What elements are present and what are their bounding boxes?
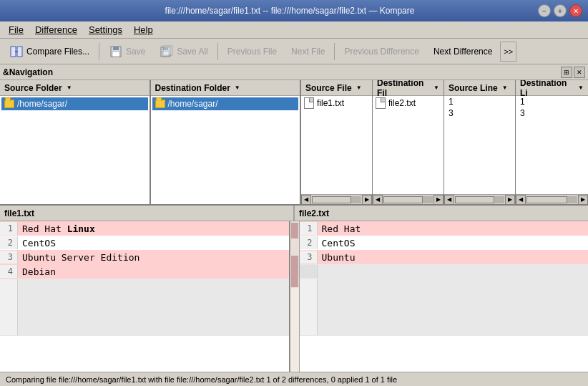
minimize-button[interactable]: − (538, 4, 551, 17)
source-file-item[interactable]: file1.txt (301, 96, 372, 110)
diff-left-panel[interactable]: 1 Red Hat Linux 2 CentOS 3 Ubuntu Server… (0, 221, 290, 372)
diff-right-filename: file2.txt (299, 208, 329, 218)
scroll-left-1[interactable]: ◀ (301, 195, 311, 205)
menu-file-label: File (9, 24, 24, 35)
dest-folder-path: /home/sagar/ (168, 99, 218, 109)
diff-spacer-1 (290, 239, 299, 255)
line-content-2: CentOS (18, 238, 289, 249)
scroll-thumb-4 (526, 196, 567, 203)
status-bar: Comparing file file:///home/sagar/file1.… (0, 372, 588, 386)
scroll-right-3[interactable]: ▶ (505, 195, 515, 205)
dest-line-hscroll: ◀ ▶ (516, 194, 588, 204)
menu-help[interactable]: Help (128, 23, 159, 37)
left-folder-panels: Source Folder ▼ /home/sagar/ Destination… (0, 80, 300, 204)
line-num-3: 3 (0, 251, 18, 264)
r-line-num-empty (300, 279, 318, 335)
scroll-track-4[interactable] (526, 196, 577, 203)
file-line-panels: Source File ▼ file1.txt ◀ ▶ (300, 80, 588, 204)
menu-help-label: Help (134, 24, 153, 35)
scroll-left-3[interactable]: ◀ (444, 195, 454, 205)
scroll-right-1[interactable]: ▶ (362, 195, 372, 205)
save-all-icon (160, 44, 174, 59)
menu-difference[interactable]: Difference (29, 23, 83, 37)
dest-file-header: Destination Fil ▼ (373, 80, 444, 96)
next-difference-label: Next Difference (433, 47, 492, 57)
nav-label: &Navigation (3, 67, 53, 77)
save-all-button[interactable]: Save All (153, 42, 214, 62)
save-button[interactable]: Save (102, 42, 152, 62)
source-folder-item[interactable]: /home/sagar/ (1, 97, 148, 110)
scroll-track-3[interactable] (455, 196, 504, 203)
source-line-3: 3 (444, 107, 515, 119)
dest-file-panel: Destination Fil ▼ file2.txt ◀ ▶ (373, 80, 444, 204)
scroll-track-1[interactable] (312, 196, 361, 203)
dest-file-dropdown[interactable]: ▼ (433, 85, 439, 91)
scroll-left-2[interactable]: ◀ (373, 195, 383, 205)
r-line-num-4 (300, 265, 318, 278)
close-button[interactable]: ✕ (569, 4, 582, 17)
diff-header-right: file2.txt (294, 206, 588, 221)
scroll-track-2[interactable] (383, 196, 433, 203)
r-line-num-3: 3 (300, 251, 318, 264)
dest-folder-dropdown[interactable]: ▼ (235, 85, 240, 91)
dest-folder-header: Destination Folder ▼ (151, 80, 300, 96)
previous-difference-label: Previous Difference (344, 47, 419, 57)
source-line-header: Source Line ▼ (444, 80, 515, 96)
line-num-4: 4 (0, 265, 18, 278)
next-difference-button[interactable]: Next Difference (427, 42, 499, 62)
dest-line-dropdown[interactable]: ▼ (578, 85, 584, 91)
previous-difference-button[interactable]: Previous Difference (338, 42, 426, 62)
diff-left-line-1: 1 Red Hat Linux (0, 221, 289, 236)
compare-files-icon (9, 44, 24, 59)
scroll-thumb-2 (383, 196, 423, 203)
diff-right-panel[interactable]: 1 Red Hat 2 CentOS 3 Ubuntu (300, 221, 589, 372)
menu-settings-label: Settings (89, 24, 122, 35)
toolbar: Compare Files... Save Save All Previous … (0, 39, 588, 64)
panels-area: Source Folder ▼ /home/sagar/ Destination… (0, 80, 588, 372)
maximize-button[interactable]: + (554, 4, 567, 17)
scroll-right-4[interactable]: ▶ (578, 195, 588, 205)
toolbar-sep-2 (217, 43, 218, 60)
source-line-1: 1 (444, 96, 515, 107)
next-file-label: Next File (291, 47, 325, 57)
diff-right-empty (300, 279, 589, 336)
save-icon (109, 44, 123, 59)
scroll-thumb-1 (312, 196, 351, 203)
scroll-right-2[interactable]: ▶ (433, 195, 444, 205)
dest-folder-item[interactable]: /home/sagar/ (152, 97, 299, 110)
dest-file-item[interactable]: file2.txt (373, 96, 444, 110)
svg-rect-0 (11, 47, 16, 57)
menu-settings[interactable]: Settings (83, 23, 128, 37)
diff-right-line-1: 1 Red Hat (300, 221, 589, 236)
line-num-1: 1 (0, 222, 18, 235)
diff-center-divider (290, 221, 300, 372)
window-controls: − + ✕ (538, 4, 582, 17)
compare-files-label: Compare Files... (26, 47, 89, 57)
title-bar: file:///home/sagar/file1.txt -- file:///… (0, 0, 588, 21)
nav-icon-2[interactable]: ✕ (574, 67, 585, 78)
dest-file-icon (376, 97, 386, 109)
source-line-panel: Source Line ▼ 1 3 ◀ ▶ (444, 80, 516, 204)
source-file-dropdown[interactable]: ▼ (356, 85, 362, 91)
source-folder-dropdown[interactable]: ▼ (67, 85, 72, 91)
source-line-dropdown[interactable]: ▼ (502, 85, 508, 91)
previous-file-button[interactable]: Previous File (221, 42, 283, 62)
more-button[interactable]: >> (500, 42, 516, 62)
nav-icon-1[interactable]: ⊞ (561, 67, 572, 78)
r-line-content-3: Ubuntu (318, 252, 589, 263)
source-file-hscroll: ◀ ▶ (301, 194, 372, 204)
compare-files-button[interactable]: Compare Files... (3, 42, 96, 62)
source-file-label: Source File (305, 83, 352, 93)
source-file-header: Source File ▼ (301, 80, 372, 96)
svg-rect-9 (163, 46, 172, 55)
menu-file[interactable]: File (3, 23, 29, 37)
diff-left-line-4: 4 Debian (0, 264, 289, 279)
dest-folder-content: /home/sagar/ (151, 96, 300, 204)
svg-rect-4 (113, 47, 119, 50)
scroll-left-4[interactable]: ◀ (516, 195, 526, 205)
next-file-button[interactable]: Next File (285, 42, 331, 62)
toolbar-sep-3 (334, 43, 335, 60)
svg-rect-1 (17, 47, 22, 57)
previous-file-label: Previous File (227, 47, 277, 57)
diff-left-line-2: 2 CentOS (0, 236, 289, 250)
